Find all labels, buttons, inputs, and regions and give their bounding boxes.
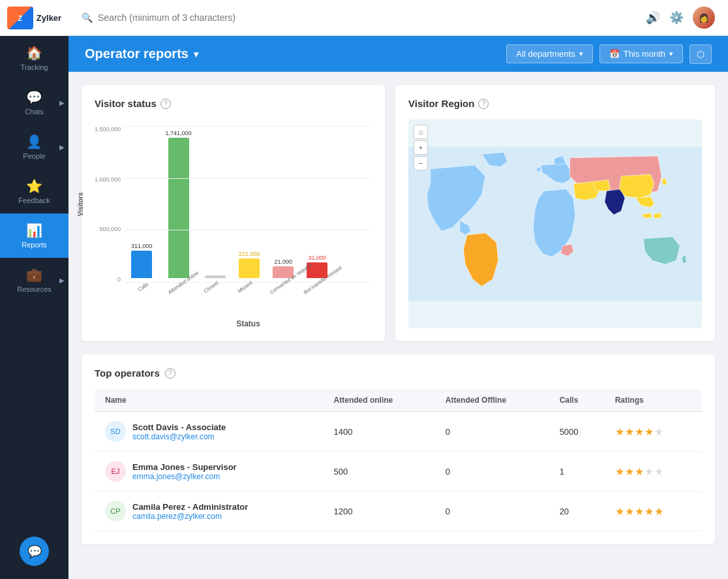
star-icon: ⭐	[26, 178, 42, 194]
col-name: Name	[95, 389, 324, 412]
topbar: 🔍 🔊 ⚙️ 👩	[68, 0, 728, 36]
export-button[interactable]: ⬡	[690, 44, 712, 64]
bar-missed: 221,000	[239, 251, 260, 278]
operator-attended-offline: 0	[435, 492, 549, 531]
x-label-converted: Converted as request	[269, 279, 289, 296]
operator-attended-offline: 0	[435, 452, 549, 492]
sidebar-item-resources[interactable]: 💼 Resources ▶	[0, 258, 68, 302]
sidebar-item-people[interactable]: 👤 People ▶	[0, 125, 68, 169]
visitor-region-title: Visitor Region	[408, 98, 474, 109]
search-icon: 🔍	[82, 12, 93, 23]
sidebar-label-resources: Resources	[17, 285, 52, 293]
bar-bot-value: 31,000	[308, 255, 326, 261]
x-axis-label: Status	[125, 319, 372, 328]
main-content: 🔍 🔊 ⚙️ 👩 Operator reports ▾ All departme…	[68, 0, 728, 579]
map-zoom-out-button[interactable]: −	[414, 156, 428, 170]
operator-email: scott.davis@zylker.com	[132, 432, 226, 441]
visitor-region-info-icon[interactable]: ?	[478, 99, 489, 109]
sidebar-item-reports[interactable]: 📊 Reports	[0, 213, 68, 258]
header-bar: Operator reports ▾ All departments ▾ 📅 T…	[68, 36, 728, 72]
operator-calls: 1	[549, 452, 605, 492]
visitor-status-info-icon[interactable]: ?	[160, 99, 171, 109]
top-operators-section: Top operators ? Name Attended online Att…	[82, 354, 715, 544]
sidebar-item-tracking[interactable]: 🏠 Tracking	[0, 36, 68, 80]
charts-row: Visitor status ? 1,500,000 1,000,000 500…	[82, 85, 715, 341]
sidebar-label-reports: Reports	[22, 241, 47, 249]
bar-attended-rect	[168, 138, 189, 278]
bar-missed-rect	[239, 258, 260, 278]
top-operators-title: Top operators	[95, 368, 160, 379]
map-svg	[408, 119, 702, 328]
table-row: SD Scott Davis - Associate scott.davis@z…	[95, 412, 702, 452]
world-map: ⌂ + −	[408, 119, 702, 328]
table-header-row: Name Attended online Attended Offline Ca…	[95, 389, 702, 412]
top-operators-info-icon[interactable]: ?	[165, 368, 175, 379]
y-label-0: 0	[117, 276, 121, 283]
operator-name-cell: SD Scott Davis - Associate scott.davis@z…	[95, 412, 324, 452]
chats-expand-icon: ▶	[59, 99, 65, 106]
department-filter-button[interactable]: All departments ▾	[506, 44, 592, 63]
visitor-region-card: Visitor Region ? ⌂ + −	[395, 85, 715, 341]
x-label-bot: Bot transfer missed	[303, 279, 323, 296]
bar-attended-online: 1,741,000	[166, 130, 192, 278]
bar-converted-value: 21,000	[274, 258, 292, 265]
operator-name-cell: EJ Emma Jones - Supervisor emma.jones@zy…	[95, 452, 324, 492]
top-operators-header: Top operators ?	[95, 368, 702, 379]
operator-ratings: ★★★★★	[605, 412, 702, 452]
logo-icon: Z	[7, 7, 33, 29]
department-chevron-icon: ▾	[579, 50, 583, 58]
logo-text: Zylker	[37, 13, 61, 23]
operators-table: Name Attended online Attended Offline Ca…	[95, 389, 702, 531]
sidebar-label-chats: Chats	[25, 108, 44, 116]
operator-calls: 5000	[549, 412, 605, 452]
operator-ratings: ★★★★★	[605, 452, 702, 492]
table-row: EJ Emma Jones - Supervisor emma.jones@zy…	[95, 452, 702, 492]
operator-name: Scott Davis - Associate	[132, 422, 226, 432]
settings-icon[interactable]: ⚙️	[669, 10, 684, 25]
chat-fab-button[interactable]: 💬	[20, 537, 49, 566]
operator-calls: 20	[549, 492, 605, 531]
sidebar: Z Zylker 🏠 Tracking 💬 Chats ▶ 👤 People ▶…	[0, 0, 68, 579]
logo: Z Zylker	[0, 0, 68, 36]
x-label-attended: Attended online	[167, 279, 187, 296]
department-filter-label: All departments	[516, 49, 575, 59]
search-input[interactable]	[98, 12, 294, 23]
y-label-1000000: 1,000,000	[95, 176, 121, 183]
col-calls: Calls	[549, 389, 605, 412]
y-label-500000: 500,000	[100, 226, 121, 232]
x-label-closed: Closed	[201, 279, 221, 296]
topbar-icons: 🔊 ⚙️ 👩	[646, 7, 715, 29]
operator-attended-offline: 0	[435, 412, 549, 452]
operator-email: camila.perez@zylker.com	[132, 512, 248, 521]
page-content: Visitor status ? 1,500,000 1,000,000 500…	[68, 72, 728, 579]
title-chevron-icon[interactable]: ▾	[194, 49, 198, 59]
operator-name: Camila Perez - Administrator	[132, 502, 248, 512]
operator-name-cell: CP Camila Perez - Administrator camila.p…	[95, 492, 324, 531]
x-label-calls: Calls	[133, 279, 153, 296]
y-axis-label: Visitors	[77, 193, 84, 217]
map-home-button[interactable]: ⌂	[414, 125, 428, 139]
operator-avatar: EJ	[105, 461, 126, 482]
sound-icon[interactable]: 🔊	[646, 10, 660, 25]
operator-email: emma.jones@zylker.com	[132, 472, 237, 481]
bar-missed-value: 221,000	[239, 251, 260, 257]
col-attended-offline: Attended Offline	[435, 389, 549, 412]
operator-attended-online: 500	[324, 452, 435, 492]
calendar-icon: 📅	[609, 49, 620, 59]
col-ratings: Ratings	[605, 389, 702, 412]
sidebar-item-chats[interactable]: 💬 Chats ▶	[0, 80, 68, 125]
chat-icon: 💬	[26, 89, 42, 105]
resources-expand-icon: ▶	[59, 277, 65, 284]
time-filter-button[interactable]: 📅 This month ▾	[599, 44, 683, 63]
operator-avatar: SD	[105, 421, 126, 442]
operator-name: Emma Jones - Supervisor	[132, 462, 237, 472]
bar-attended-value: 1,741,000	[166, 130, 192, 136]
sidebar-item-feedback[interactable]: ⭐ Feedback	[0, 169, 68, 213]
visitor-status-title: Visitor status	[95, 98, 157, 109]
map-zoom-in-button[interactable]: +	[414, 140, 428, 155]
table-row: CP Camila Perez - Administrator camila.p…	[95, 492, 702, 531]
y-label-1500000: 1,500,000	[95, 126, 121, 133]
avatar[interactable]: 👩	[693, 7, 715, 29]
visitor-status-header: Visitor status ?	[95, 98, 372, 109]
bar-calls-rect	[131, 251, 152, 278]
